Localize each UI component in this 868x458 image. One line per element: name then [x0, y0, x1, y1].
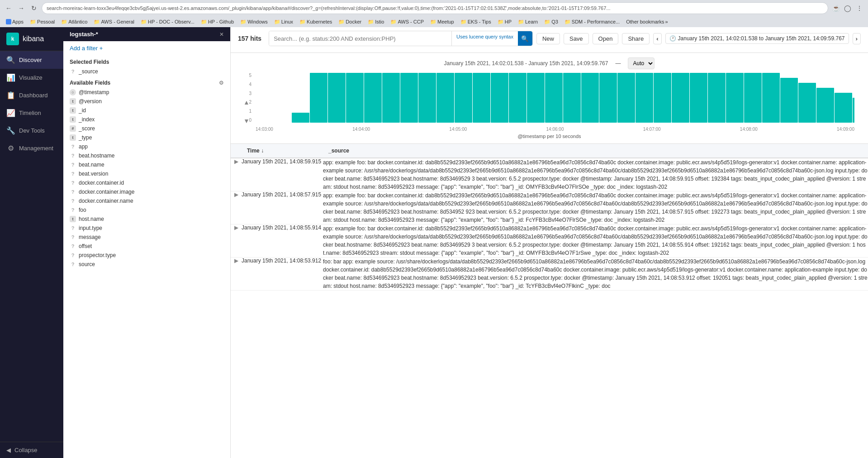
extensions-button[interactable]: ☕: [831, 3, 841, 13]
collapse-sidebar-button[interactable]: ◀ Collapse: [0, 442, 63, 458]
bookmark-windows[interactable]: 📁 Windows: [238, 19, 270, 25]
field-item-version[interactable]: t @version: [63, 97, 230, 106]
time-prev-button[interactable]: ‹: [653, 33, 661, 44]
field-item-docker-container-id[interactable]: ? docker.container.id: [63, 178, 230, 187]
bookmark-atlantico[interactable]: 📁 Atlântico: [59, 19, 90, 25]
add-filter-button[interactable]: Add a filter +: [63, 41, 230, 55]
svg-rect-6: [400, 73, 418, 123]
bookmark-hp[interactable]: 📁 HP: [495, 19, 514, 25]
expand-row-button[interactable]: ▶: [231, 191, 242, 224]
bookmark-other[interactable]: Other bookmarks »: [624, 19, 670, 25]
field-host-name-name: host.name: [79, 216, 104, 222]
address-bar[interactable]: search-moreirac-learn-toxx3eu4feqqe3cbv5…: [42, 2, 828, 14]
field-item-host-name[interactable]: t host.name: [63, 215, 230, 224]
bookmark-apps[interactable]: Apps: [4, 19, 26, 25]
results-area[interactable]: Time ↓ _source ▶January 15th 2021, 14:08…: [231, 144, 868, 458]
bookmark-pessoal[interactable]: 📁 Pessoal: [28, 19, 57, 25]
search-input[interactable]: [269, 31, 451, 46]
bookmark-aws-general[interactable]: 📁 AWS - General: [91, 19, 137, 25]
fields-settings-icon[interactable]: ⚙: [219, 80, 224, 86]
collapse-icon: ◀: [6, 447, 11, 453]
time-range-picker[interactable]: 🕐 January 15th 2021, 14:02:01.538 to Jan…: [665, 33, 849, 44]
svg-rect-26: [762, 73, 780, 123]
table-row: ▶January 15th 2021, 14:08:53.912foo: bar…: [231, 258, 868, 291]
expand-row-button[interactable]: ▶: [231, 224, 242, 258]
source-col-header: _source: [323, 144, 868, 158]
field-item-input-type[interactable]: ? input.type: [63, 224, 230, 233]
time-next-button[interactable]: ›: [853, 33, 861, 44]
bookmark-docker[interactable]: 📁 Docker: [336, 19, 364, 25]
sidebar-item-discover[interactable]: 🔍 Discover: [0, 51, 63, 69]
bookmark-hp-github[interactable]: 📁 HP - Github: [199, 19, 236, 25]
index-pattern-close-icon[interactable]: ✕: [219, 31, 224, 38]
apps-icon: [6, 19, 11, 24]
sidebar-item-devtools[interactable]: 🔧 Dev Tools: [0, 122, 63, 139]
row-source: app: example foo: bar docker.container.i…: [323, 158, 868, 191]
expand-row-button[interactable]: ▶: [231, 258, 242, 291]
field-docker-id-name: docker.container.id: [79, 180, 124, 186]
available-fields-title: Available Fields: [70, 80, 110, 86]
visualize-icon: 📊: [6, 73, 15, 82]
index-type-badge: t: [70, 116, 76, 123]
field-item-beat-name[interactable]: ? beat.name: [63, 160, 230, 169]
field-item-offset[interactable]: ? offset: [63, 242, 230, 251]
search-button[interactable]: 🔍: [518, 31, 532, 46]
field-item-foo[interactable]: ? foo: [63, 205, 230, 215]
bookmark-linux[interactable]: 📁 Linux: [272, 19, 295, 25]
profile-button[interactable]: ◯: [843, 3, 853, 13]
svg-rect-10: [473, 73, 490, 123]
field-item-timestamp[interactable]: ○ @timestamp: [63, 88, 230, 97]
bookmark-eks-tips[interactable]: 📁 EKS - Tips: [458, 19, 493, 25]
open-button[interactable]: Open: [593, 33, 619, 44]
bookmark-q3[interactable]: 📁 Q3: [542, 19, 560, 25]
refresh-button[interactable]: ↻: [29, 3, 39, 13]
bookmark-aws-ccp[interactable]: 📁 AWS - CCP: [388, 19, 426, 25]
share-button[interactable]: Share: [622, 33, 650, 44]
sidebar-item-visualize[interactable]: 📊 Visualize: [0, 69, 63, 86]
menu-button[interactable]: ⋮: [854, 3, 864, 13]
field-item-beat-version[interactable]: ? beat.version: [63, 169, 230, 178]
expand-row-button[interactable]: ▶: [231, 158, 242, 191]
bookmark-sdm[interactable]: 📁 SDM - Performance...: [562, 19, 622, 25]
bookmark-kubernetes[interactable]: 📁 Kubernetes: [297, 19, 334, 25]
sidebar-item-dashboard[interactable]: 📋 Dashboard: [0, 86, 63, 104]
field-item-docker-container-name[interactable]: ? docker.container.name: [63, 196, 230, 205]
field-item-type[interactable]: t _type: [63, 133, 230, 142]
main-content: 157 hits Uses lucene query syntax 🔍 New …: [231, 27, 868, 458]
version-type-badge: t: [70, 98, 76, 105]
field-item-app[interactable]: ? app: [63, 142, 230, 151]
bookmark-hp-doc[interactable]: 📁 HP - DOC - Observ...: [138, 19, 197, 25]
field-message-name: message: [79, 234, 101, 240]
save-button[interactable]: Save: [564, 33, 589, 44]
new-button[interactable]: New: [536, 33, 560, 44]
bookmark-learn[interactable]: 📁 Learn: [516, 19, 540, 25]
field-item-message[interactable]: ? message: [63, 233, 230, 242]
time-col-header[interactable]: Time ↓: [242, 144, 323, 158]
field-item-prospector-type[interactable]: ? prospector.type: [63, 251, 230, 260]
bookmark-meetup[interactable]: 📁 Meetup: [428, 19, 456, 25]
field-item-score[interactable]: # _score: [63, 124, 230, 133]
field-item-id[interactable]: t _id: [63, 106, 230, 115]
auto-interval-select[interactable]: Auto: [628, 57, 655, 69]
back-button[interactable]: ←: [4, 3, 14, 13]
field-version-name: @version: [79, 98, 102, 105]
bookmark-istio[interactable]: 📁 Istio: [365, 19, 386, 25]
svg-rect-4: [364, 73, 382, 123]
field-item-beat-hostname[interactable]: ? beat.hostname: [63, 151, 230, 160]
field-item-index[interactable]: t _index: [63, 115, 230, 124]
clock-icon: 🕐: [669, 35, 676, 42]
meetup-icon: 📁: [430, 19, 436, 25]
istio-icon: 📁: [368, 19, 374, 25]
forward-button[interactable]: →: [16, 3, 26, 13]
sidebar-item-timelion[interactable]: 📈 Timelion: [0, 104, 63, 122]
dashboard-icon: 📋: [6, 91, 15, 100]
expand-chart-icon[interactable]: ▼: [243, 117, 250, 124]
sidebar-item-management[interactable]: ⚙ Management: [0, 139, 63, 157]
field-item-docker-container-image[interactable]: ? docker.container.image: [63, 187, 230, 196]
docker-image-type-badge: ?: [70, 189, 76, 195]
devtools-icon: 🔧: [6, 126, 15, 135]
docker-name-type-badge: ?: [70, 198, 76, 204]
chart-header: January 15th 2021, 14:02:01.538 - Januar…: [240, 57, 859, 69]
svg-rect-23: [708, 73, 726, 123]
field-item-source[interactable]: ? source: [63, 260, 230, 269]
